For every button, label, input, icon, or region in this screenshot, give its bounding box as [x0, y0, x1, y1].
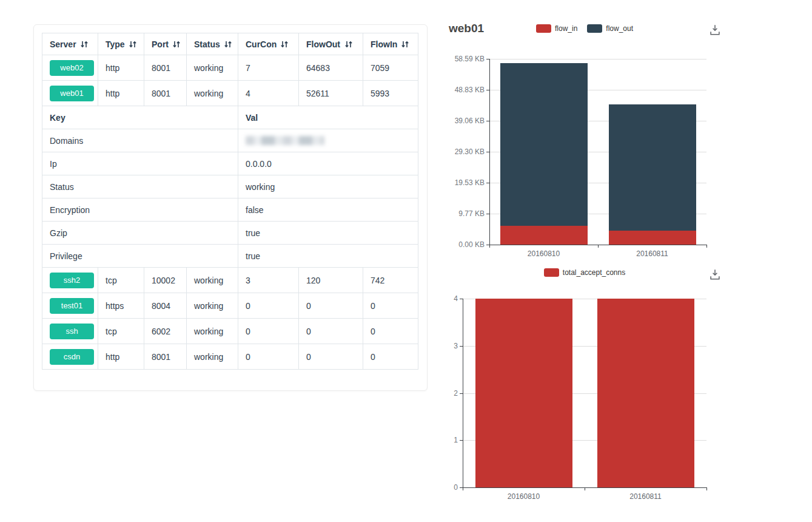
cell-curcon: 0 [238, 319, 299, 344]
y-axis-label: 48.83 KB [442, 85, 485, 95]
x-axis-label: 20160810 [502, 249, 586, 258]
column-header-status[interactable]: Status [187, 33, 238, 55]
sort-icon[interactable] [344, 40, 353, 49]
kv-row: Privilege true [42, 245, 418, 268]
kv-val [238, 129, 418, 152]
cell-flowout: 0 [299, 319, 363, 344]
kv-val: true [238, 222, 418, 245]
x-axis-tick [598, 245, 599, 248]
legend-swatch[interactable] [536, 24, 551, 33]
download-icon[interactable] [708, 23, 722, 36]
column-header-flowin[interactable]: FlowIn [363, 33, 418, 55]
y-axis-label: 2 [415, 388, 458, 398]
cell-type: tcp [98, 268, 144, 293]
bar-flow_in[interactable] [609, 231, 696, 245]
column-header-type[interactable]: Type [98, 33, 144, 55]
cell-port: 6002 [144, 319, 187, 344]
y-axis-label: 0.00 KB [442, 240, 485, 249]
cell-curcon: 0 [238, 293, 299, 319]
kv-val: 0.0.0.0 [238, 152, 418, 175]
column-header-curcon[interactable]: CurCon [238, 33, 299, 55]
legend-label[interactable]: total_accept_conns [563, 268, 625, 277]
cell-flowin: 742 [363, 268, 418, 293]
domains-value-redacted [246, 136, 324, 145]
y-axis-label: 39.06 KB [442, 116, 485, 126]
cell-port: 8001 [144, 55, 187, 81]
x-axis-tick [706, 487, 707, 490]
cell-status: working [187, 344, 238, 370]
gridline [489, 59, 706, 59]
column-header-flowout[interactable]: FlowOut [299, 33, 363, 55]
legend-label[interactable]: flow_out [606, 24, 633, 33]
cell-flowout: 0 [299, 293, 363, 319]
column-label: FlowOut [306, 39, 340, 49]
cell-server: csdn [42, 344, 98, 370]
cell-curcon: 3 [238, 268, 299, 293]
server-button[interactable]: ssh2 [50, 273, 94, 288]
cell-port: 10002 [144, 268, 187, 293]
column-label: Port [152, 39, 169, 49]
table-row: csdn http 8001 working 0 0 0 [42, 344, 418, 370]
kv-row: Ip 0.0.0.0 [42, 152, 418, 175]
bar-flow_out[interactable] [609, 104, 696, 231]
column-label: CurCon [246, 39, 277, 49]
legend-swatch[interactable] [544, 268, 559, 277]
sort-icon[interactable] [80, 40, 89, 49]
server-button[interactable]: web02 [50, 60, 94, 76]
cell-flowin: 0 [363, 293, 418, 319]
x-axis-tick [489, 245, 490, 248]
cell-server: web01 [42, 81, 98, 106]
cell-port: 8001 [144, 344, 187, 370]
table-header-row: Server Type Port Status CurCon FlowOut F… [42, 33, 418, 55]
flow-chart: web01 flow_in flow_out 0.00 KB9.77 KB19.… [448, 18, 721, 264]
cell-status: working [187, 319, 238, 344]
chart-legend: total_accept_conns [448, 268, 721, 277]
legend-label[interactable]: flow_in [555, 24, 577, 33]
bar-flow_in[interactable] [500, 226, 588, 245]
kv-row: Gzip true [42, 222, 418, 245]
legend-item-flow-in[interactable]: flow_in [536, 24, 577, 33]
cell-server: ssh [42, 319, 98, 344]
kv-key: Ip [42, 152, 238, 175]
kv-key: Gzip [42, 222, 238, 245]
table-row: ssh tcp 6002 working 0 0 0 [42, 319, 418, 344]
server-button[interactable]: csdn [50, 349, 94, 365]
sort-icon[interactable] [280, 40, 289, 49]
table-row: web01 http 8001 working 4 52611 5993 [42, 81, 418, 106]
kv-header-row: Key Val [42, 106, 418, 129]
bar-flow_out[interactable] [500, 63, 588, 226]
sort-icon[interactable] [224, 40, 232, 49]
sort-icon[interactable] [401, 40, 409, 49]
server-button[interactable]: web01 [50, 86, 94, 101]
kv-row: Status working [42, 175, 418, 198]
y-axis-label: 9.77 KB [442, 209, 485, 219]
sort-icon[interactable] [172, 40, 181, 49]
bar-total_accept_conns[interactable] [475, 299, 572, 487]
legend-item-total-accept-conns[interactable]: total_accept_conns [544, 268, 625, 277]
table-row: web02 http 8001 working 7 64683 7059 [42, 55, 418, 81]
x-axis-tick [463, 487, 463, 490]
cell-flowin: 0 [363, 344, 418, 370]
server-detail-card: Server Type Port Status CurCon FlowOut F… [33, 24, 428, 391]
legend-swatch[interactable] [587, 24, 602, 33]
server-table: Server Type Port Status CurCon FlowOut F… [42, 33, 418, 370]
server-button[interactable]: ssh [50, 324, 94, 339]
legend-item-flow-out[interactable]: flow_out [587, 24, 633, 33]
y-axis-label: 3 [415, 341, 458, 351]
cell-curcon: 0 [238, 344, 299, 370]
column-header-server[interactable]: Server [42, 33, 98, 55]
bar-total_accept_conns[interactable] [597, 299, 694, 487]
kv-row: Domains [42, 129, 418, 152]
kv-val: working [238, 175, 418, 198]
column-header-port[interactable]: Port [144, 33, 187, 55]
cell-flowin: 0 [363, 319, 418, 344]
cell-status: working [187, 55, 238, 81]
server-button[interactable]: test01 [50, 298, 94, 314]
cell-type: http [98, 81, 144, 106]
column-label: Server [50, 39, 76, 49]
cell-flowin: 5993 [363, 81, 418, 106]
download-icon[interactable] [708, 268, 722, 281]
column-label: Type [106, 39, 125, 49]
cell-port: 8001 [144, 81, 187, 106]
sort-icon[interactable] [129, 40, 137, 49]
